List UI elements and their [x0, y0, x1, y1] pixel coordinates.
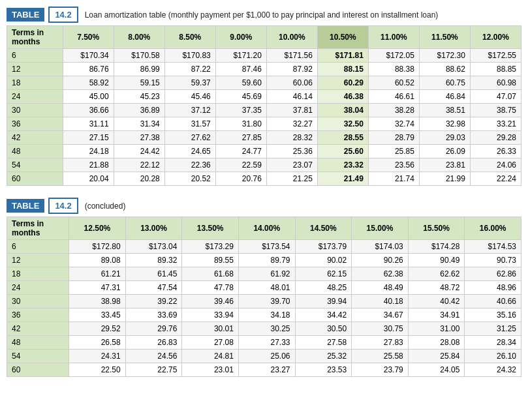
value-cell: 30.50 [295, 322, 352, 336]
value-cell: 27.38 [114, 131, 164, 145]
value-cell: 38.98 [69, 295, 126, 308]
col-header-rate-9: 12.00% [470, 26, 521, 49]
value-cell: 37.81 [266, 104, 317, 117]
table-row: 1289.0889.3289.5589.7990.0290.2690.4990.… [7, 254, 521, 267]
value-cell: 45.00 [63, 90, 114, 104]
value-cell: 62.62 [408, 267, 465, 281]
value-cell: 25.36 [266, 145, 317, 158]
value-cell: 40.18 [352, 295, 409, 308]
col-header-rate-5: 10.00% [266, 26, 317, 49]
value-cell: 58.92 [63, 76, 114, 90]
value-cell: 23.79 [352, 363, 409, 377]
value-cell: $170.34 [63, 49, 114, 63]
value-cell: 90.49 [408, 254, 465, 267]
value-cell: 90.73 [465, 254, 521, 267]
col-header-rate-3: 13.50% [182, 217, 239, 240]
col-header-rate-5: 14.50% [295, 217, 352, 240]
value-cell: 24.42 [114, 145, 164, 158]
col-header-rate-1: 12.50% [69, 217, 126, 240]
value-cell: 39.46 [182, 295, 239, 308]
col-header-rate-6: 10.50% [317, 26, 368, 49]
value-cell: 45.23 [114, 90, 164, 104]
value-cell: 30.75 [352, 322, 409, 336]
value-cell: $171.56 [266, 49, 317, 63]
value-cell: 48.01 [238, 281, 295, 295]
table2-number: 14.2 [48, 198, 78, 214]
terms-cell: 54 [7, 158, 63, 172]
value-cell: 20.52 [164, 172, 215, 186]
value-cell: 48.72 [408, 281, 465, 295]
value-cell: 28.32 [266, 131, 317, 145]
value-cell: 33.21 [470, 117, 521, 131]
value-cell: 32.74 [368, 117, 419, 131]
value-cell: 20.04 [63, 172, 114, 186]
value-cell: 23.81 [419, 158, 470, 172]
table2-header: TABLE 14.2 (concluded) [7, 198, 521, 214]
table-row: 6$172.80$173.04$173.29$173.54$173.79$174… [7, 240, 521, 254]
table-row: 6020.0420.2820.5220.7621.2521.4921.7421.… [7, 172, 521, 186]
value-cell: 86.99 [114, 63, 164, 76]
value-cell: 34.18 [238, 308, 295, 322]
value-cell: 61.92 [238, 267, 295, 281]
value-cell: 36.89 [114, 104, 164, 117]
terms-cell: 48 [7, 145, 63, 158]
value-cell: 87.46 [215, 63, 266, 76]
terms-cell: 30 [7, 295, 69, 308]
value-cell: 33.45 [69, 308, 126, 322]
value-cell: 60.29 [317, 76, 368, 90]
value-cell: $172.55 [470, 49, 521, 63]
value-cell: 20.76 [215, 172, 266, 186]
value-cell: 48.49 [352, 281, 409, 295]
value-cell: $171.81 [317, 49, 368, 63]
terms-cell: 12 [7, 254, 69, 267]
value-cell: 23.01 [182, 363, 239, 377]
value-cell: 24.18 [63, 145, 114, 158]
value-cell: 61.45 [125, 267, 182, 281]
value-cell: 89.79 [238, 254, 295, 267]
col-header-terms: Terms inmonths [7, 217, 69, 240]
col-header-rate-3: 8.50% [164, 26, 215, 49]
value-cell: 28.79 [368, 131, 419, 145]
col-header-rate-7: 15.50% [408, 217, 465, 240]
value-cell: 35.16 [465, 308, 521, 322]
value-cell: 21.74 [368, 172, 419, 186]
table-row: 3038.9839.2239.4639.7039.9440.1840.4240.… [7, 295, 521, 308]
value-cell: 31.00 [408, 322, 465, 336]
table1-label: TABLE [7, 8, 44, 22]
table2: Terms inmonths12.50%13.00%13.50%14.00%14… [7, 217, 521, 377]
value-cell: 29.52 [69, 322, 126, 336]
value-cell: 34.42 [295, 308, 352, 322]
value-cell: 24.05 [408, 363, 465, 377]
value-cell: 24.77 [215, 145, 266, 158]
value-cell: 38.51 [419, 104, 470, 117]
value-cell: 25.84 [408, 350, 465, 363]
value-cell: 25.60 [317, 145, 368, 158]
terms-cell: 24 [7, 281, 69, 295]
value-cell: 24.81 [182, 350, 239, 363]
value-cell: 36.66 [63, 104, 114, 117]
terms-cell: 54 [7, 350, 69, 363]
value-cell: 24.65 [164, 145, 215, 158]
value-cell: 32.50 [317, 117, 368, 131]
terms-cell: 60 [7, 172, 63, 186]
value-cell: 40.66 [465, 295, 521, 308]
value-cell: 47.31 [69, 281, 126, 295]
value-cell: 21.99 [419, 172, 470, 186]
value-cell: 48.25 [295, 281, 352, 295]
table1-number: 14.2 [48, 7, 78, 23]
value-cell: 87.92 [266, 63, 317, 76]
value-cell: 39.94 [295, 295, 352, 308]
value-cell: 31.25 [465, 322, 521, 336]
value-cell: 60.06 [266, 76, 317, 90]
value-cell: $174.03 [352, 240, 409, 254]
value-cell: 46.14 [266, 90, 317, 104]
terms-cell: 12 [7, 63, 63, 76]
value-cell: 60.52 [368, 76, 419, 90]
col-header-rate-8: 11.50% [419, 26, 470, 49]
value-cell: 23.32 [317, 158, 368, 172]
value-cell: $174.28 [408, 240, 465, 254]
value-cell: 27.08 [182, 336, 239, 350]
table-row: 5424.3124.5624.8125.0625.3225.5825.8426.… [7, 350, 521, 363]
value-cell: 28.55 [317, 131, 368, 145]
value-cell: $170.83 [164, 49, 215, 63]
